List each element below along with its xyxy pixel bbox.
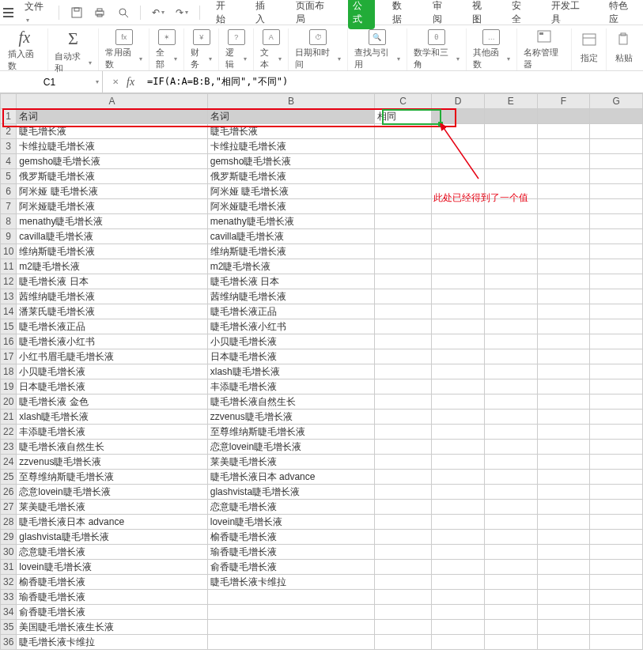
row-header[interactable]: 11: [1, 259, 17, 274]
cell[interactable]: lovein睫毛增长液: [207, 515, 374, 530]
cell[interactable]: 睫毛增长液卡维拉: [207, 575, 374, 590]
cell[interactable]: [485, 440, 538, 455]
cell[interactable]: [485, 304, 538, 319]
ribbon-group-7[interactable]: ⏱日期和时间▾: [289, 28, 348, 70]
cell[interactable]: 美国睫毛增长液生长液: [17, 620, 207, 635]
cell[interactable]: [375, 124, 432, 139]
cell[interactable]: [590, 379, 643, 395]
row-header[interactable]: 4: [1, 154, 17, 169]
hamburger-icon[interactable]: [3, 8, 13, 17]
ribbon-group-4[interactable]: ¥财务▾: [184, 28, 219, 70]
cell[interactable]: 睫毛增长液小红书: [207, 319, 374, 334]
cell[interactable]: [537, 425, 590, 440]
ribbon-group-3[interactable]: ✶全部▾: [149, 28, 184, 70]
cell[interactable]: 名词: [17, 109, 207, 124]
cell[interactable]: cavilla睫毛增长液: [207, 229, 374, 244]
cell[interactable]: [537, 124, 590, 139]
cell[interactable]: [485, 410, 538, 425]
cell[interactable]: [375, 560, 432, 575]
cell[interactable]: [590, 154, 643, 169]
row-header[interactable]: 1: [1, 109, 17, 124]
row-header[interactable]: 7: [1, 199, 17, 214]
cell[interactable]: [432, 515, 485, 530]
row-header[interactable]: 10: [1, 244, 17, 259]
cell[interactable]: 维纳斯睫毛增长液: [17, 244, 207, 259]
row-header[interactable]: 21: [1, 410, 17, 425]
cell[interactable]: [590, 274, 643, 289]
cell[interactable]: [590, 289, 643, 304]
cell[interactable]: [590, 560, 643, 575]
cell[interactable]: [537, 605, 590, 620]
cell[interactable]: lovein睫毛增长液: [17, 560, 207, 575]
ribbon-tab-1[interactable]: 插入: [251, 0, 278, 29]
cell[interactable]: [590, 395, 643, 410]
ribbon-group-10[interactable]: …其他函数▾: [467, 28, 517, 70]
cell[interactable]: [485, 470, 538, 485]
cell[interactable]: [485, 214, 538, 229]
cell[interactable]: [537, 455, 590, 470]
ribbon-tab-0[interactable]: 开始: [211, 0, 238, 29]
cell[interactable]: [432, 244, 485, 259]
cell[interactable]: [537, 620, 590, 635]
row-header[interactable]: 33: [1, 590, 17, 605]
cell[interactable]: glashvista睫毛增长液: [17, 530, 207, 545]
cell[interactable]: [537, 485, 590, 500]
cell[interactable]: [537, 229, 590, 244]
cell[interactable]: [207, 605, 374, 620]
cell[interactable]: 恋意lovein睫毛增长液: [207, 440, 374, 455]
cell[interactable]: [375, 349, 432, 364]
row-header[interactable]: 18: [1, 364, 17, 379]
cell[interactable]: xlash睫毛增长液: [17, 410, 207, 425]
cell[interactable]: 莱美睫毛增长液: [17, 500, 207, 515]
ribbon-tab-2[interactable]: 页面布局: [291, 0, 335, 29]
ribbon-tab-3[interactable]: 公式: [348, 0, 375, 29]
cell[interactable]: [375, 410, 432, 425]
col-header-B[interactable]: B: [207, 94, 374, 109]
row-header[interactable]: 25: [1, 470, 17, 485]
cell[interactable]: [485, 425, 538, 440]
cell[interactable]: [432, 364, 485, 379]
cell[interactable]: gemsho睫毛增长液: [207, 154, 374, 169]
cell[interactable]: [485, 334, 538, 349]
cell[interactable]: [485, 530, 538, 545]
cell[interactable]: [537, 169, 590, 184]
cell[interactable]: 日本睫毛增长液: [17, 379, 207, 395]
cell[interactable]: [375, 154, 432, 169]
cell[interactable]: [432, 154, 485, 169]
select-all-corner[interactable]: [1, 94, 17, 109]
cell[interactable]: 阿米娅 睫毛增长液: [17, 184, 207, 199]
cell[interactable]: [375, 214, 432, 229]
cell[interactable]: [485, 244, 538, 259]
cell[interactable]: 睫毛增长液卡维拉: [17, 635, 207, 650]
cell[interactable]: 卡维拉睫毛增长液: [17, 139, 207, 154]
cell[interactable]: [375, 440, 432, 455]
cell[interactable]: [590, 410, 643, 425]
cell[interactable]: [590, 530, 643, 545]
cell[interactable]: [432, 319, 485, 334]
cell[interactable]: [590, 109, 643, 124]
cell[interactable]: [432, 440, 485, 455]
cell[interactable]: 俞香睫毛增长液: [207, 560, 374, 575]
ribbon-tab-8[interactable]: 开发工具: [547, 0, 591, 29]
cell[interactable]: [537, 334, 590, 349]
cell[interactable]: [537, 635, 590, 650]
row-header[interactable]: 19: [1, 379, 17, 395]
cell[interactable]: menathy睫毛增长液: [207, 214, 374, 229]
cell[interactable]: [537, 560, 590, 575]
cell[interactable]: 丰添睫毛增长液: [207, 379, 374, 395]
cell[interactable]: 俞香睫毛增长液: [17, 605, 207, 620]
col-header-F[interactable]: F: [537, 94, 590, 109]
cell[interactable]: [537, 154, 590, 169]
cell[interactable]: [590, 124, 643, 139]
save-icon[interactable]: [70, 6, 82, 19]
row-header[interactable]: 22: [1, 425, 17, 440]
cell[interactable]: [375, 199, 432, 214]
undo-icon[interactable]: ↶▾: [152, 6, 165, 19]
cell[interactable]: [432, 139, 485, 154]
cell[interactable]: 小贝睫毛增长液: [17, 364, 207, 379]
cell[interactable]: [375, 500, 432, 515]
cell[interactable]: [485, 575, 538, 590]
cell[interactable]: [432, 214, 485, 229]
cell[interactable]: 阿米娅 睫毛增长液: [207, 184, 374, 199]
cell[interactable]: m2睫毛增长液: [207, 259, 374, 274]
